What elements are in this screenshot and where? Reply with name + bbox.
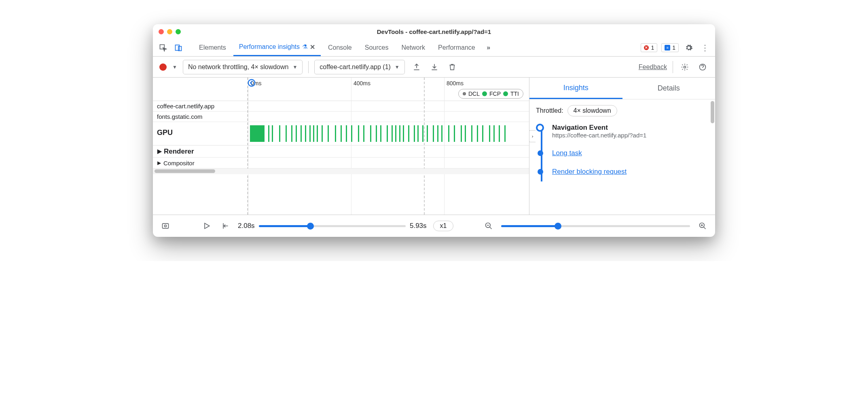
network-row[interactable]: coffee-cart.netlify.app (153, 101, 529, 112)
more-tabs-icon[interactable]: » (483, 42, 495, 54)
timeline-pane[interactable]: 0ms 400ms 800ms DCL FCP TTI coffee-cart.… (153, 78, 529, 215)
slider-track[interactable] (259, 225, 406, 227)
recording-select[interactable]: coffee-cart.netlify.app (1) ▼ (314, 60, 404, 74)
throttling-label: No network throttling, 4× slowdown (188, 63, 289, 71)
fcp-marker-icon (482, 91, 487, 96)
event-marker-icon (538, 150, 543, 156)
window-title: DevTools - coffee-cart.netlify.app/?ad=1 (153, 28, 715, 35)
vertical-scrollbar[interactable] (711, 101, 714, 123)
tick-label: 800ms (447, 80, 464, 86)
event-marker-icon (538, 169, 543, 175)
navigation-event-node[interactable]: Navigation Event https://coffee-cart.net… (552, 124, 709, 139)
panel-tabs-bar: Elements Performance insights ⚗ ✕ Consol… (153, 39, 715, 57)
message-count: 1 (672, 44, 675, 51)
screenshot-preview-icon[interactable] (159, 220, 171, 232)
delete-icon[interactable] (446, 61, 458, 73)
tab-details[interactable]: Details (622, 78, 716, 99)
insights-timeline: Navigation Event https://coffee-cart.net… (536, 124, 709, 176)
flask-icon: ⚗ (302, 43, 307, 51)
gpu-label: GPU (157, 129, 173, 137)
render-blocking-node[interactable]: Render blocking request (552, 168, 709, 176)
tab-sources[interactable]: Sources (359, 39, 394, 56)
compositor-track[interactable]: ▶ Compositor (153, 158, 529, 169)
skip-back-icon[interactable] (219, 220, 231, 232)
svg-rect-1 (176, 45, 180, 50)
playback-slider[interactable]: 2.08s 5.93s (238, 222, 427, 230)
time-end: 5.93s (410, 222, 427, 230)
svg-point-5 (248, 80, 255, 86)
renderer-label: Renderer (164, 148, 194, 156)
window-titlebar: DevTools - coffee-cart.netlify.app/?ad=1 (153, 24, 715, 39)
tab-label: Network (401, 44, 425, 51)
side-tab-label: Insights (563, 84, 589, 92)
zoom-thumb[interactable] (555, 223, 561, 230)
horizontal-scrollbar[interactable] (153, 169, 529, 174)
insights-side-pane: › Insights Details Throttled: 4× slowdow… (529, 78, 715, 215)
settings-icon[interactable] (683, 42, 695, 54)
side-tab-label: Details (658, 84, 680, 93)
divider (308, 61, 309, 73)
message-count-badge[interactable]: ≡ 1 (661, 43, 679, 52)
error-count-badge[interactable]: ✕ 1 (641, 43, 657, 52)
inspect-element-icon[interactable] (157, 42, 169, 54)
expand-icon[interactable]: ▶ (157, 148, 161, 155)
playback-footer: 2.08s 5.93s x1 (153, 215, 715, 237)
tab-performance[interactable]: Performance (432, 39, 481, 56)
slider-thumb[interactable] (307, 223, 314, 230)
zoom-out-icon[interactable] (483, 220, 495, 232)
tab-label: Performance (438, 44, 475, 51)
svg-rect-6 (163, 223, 169, 228)
tab-network[interactable]: Network (396, 39, 431, 56)
long-task-node[interactable]: Long task (552, 149, 709, 157)
throttle-row: Throttled: 4× slowdown (536, 105, 709, 116)
long-task-link[interactable]: Long task (552, 149, 582, 157)
metrics-legend[interactable]: DCL FCP TTI (458, 89, 523, 99)
nav-event-title: Navigation Event (552, 124, 709, 132)
insights-toolbar: ▼ No network throttling, 4× slowdown ▼ c… (153, 57, 715, 78)
speed-pill[interactable]: x1 (433, 221, 454, 231)
tti-label: TTI (510, 91, 519, 97)
network-row[interactable]: fonts.gstatic.com (153, 112, 529, 122)
help-icon[interactable] (697, 61, 709, 73)
tab-console[interactable]: Console (322, 39, 358, 56)
zoom-slider[interactable] (501, 225, 690, 227)
record-button[interactable] (159, 63, 167, 71)
tab-label: Elements (199, 44, 226, 51)
device-toggle-icon[interactable] (172, 42, 184, 54)
tab-insights[interactable]: Insights (529, 78, 622, 99)
chevron-down-icon: ▼ (292, 64, 297, 70)
import-icon[interactable] (428, 61, 440, 73)
feedback-link[interactable]: Feedback (639, 63, 667, 71)
panel-settings-icon[interactable] (679, 61, 691, 73)
zoom-in-icon[interactable] (697, 220, 709, 232)
gpu-track[interactable]: GPU (153, 122, 529, 145)
close-tab-icon[interactable]: ✕ (310, 43, 315, 51)
export-icon[interactable] (411, 61, 423, 73)
compositor-label: Compositor (163, 160, 195, 167)
tick-label: 400ms (354, 80, 370, 86)
side-content: Throttled: 4× slowdown Navigation Event … (529, 99, 715, 181)
render-blocking-link[interactable]: Render blocking request (552, 168, 627, 175)
tab-performance-insights[interactable]: Performance insights ⚗ ✕ (233, 39, 321, 56)
expand-icon[interactable]: ▶ (157, 160, 161, 166)
time-ruler[interactable]: 0ms 400ms 800ms DCL FCP TTI (153, 78, 529, 101)
dcl-marker-icon (463, 92, 466, 95)
network-row-label: fonts.gstatic.com (157, 113, 203, 120)
throttling-select[interactable]: No network throttling, 4× slowdown ▼ (183, 60, 303, 74)
chevron-down-icon: ▼ (395, 64, 400, 70)
scrollbar-thumb[interactable] (155, 169, 215, 173)
dcl-label: DCL (468, 91, 480, 97)
renderer-track[interactable]: ▶ Renderer (153, 145, 529, 158)
svg-point-7 (165, 225, 167, 227)
start-marker-icon[interactable] (247, 78, 256, 89)
kebab-menu-icon[interactable]: ⋮ (699, 42, 711, 54)
throttled-label: Throttled: (536, 107, 563, 114)
throttle-pill[interactable]: 4× slowdown (567, 105, 617, 116)
tab-elements[interactable]: Elements (193, 39, 232, 56)
fcp-label: FCP (489, 91, 501, 97)
play-icon[interactable] (201, 220, 213, 232)
tti-marker-icon (503, 91, 508, 96)
record-dropdown-icon[interactable]: ▼ (172, 64, 177, 70)
time-start: 2.08s (238, 222, 255, 230)
tab-label: Sources (365, 44, 389, 51)
